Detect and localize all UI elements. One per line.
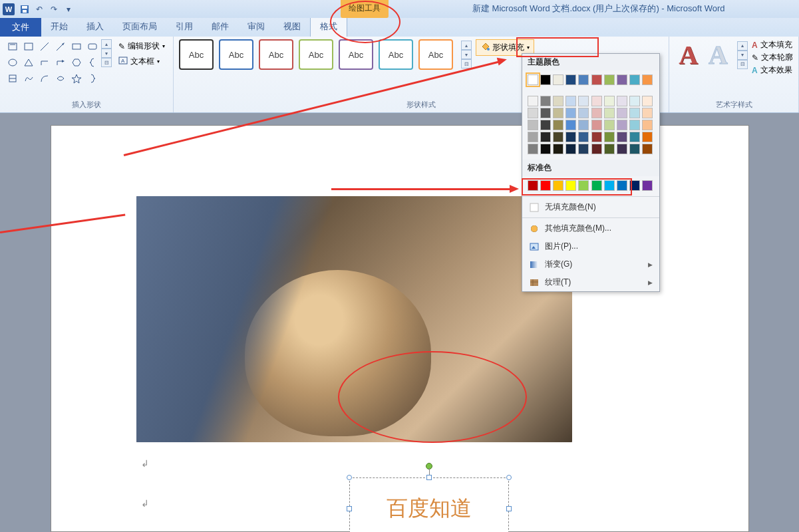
text-outline-button[interactable]: ✎文本轮廓 xyxy=(752,52,793,63)
shape-rbrace-icon[interactable] xyxy=(85,71,100,86)
shape-triangle-icon[interactable] xyxy=(21,55,36,70)
shape-style-4[interactable]: Abc xyxy=(299,39,333,70)
edit-shape-button[interactable]: ✎ 编辑形状 ▾ xyxy=(116,39,168,53)
resize-handle-t[interactable] xyxy=(426,475,432,480)
shape-freeform-icon[interactable] xyxy=(21,71,36,86)
wordart-scroll-up[interactable]: ▴ xyxy=(737,41,748,51)
style-scroll-down[interactable]: ▾ xyxy=(461,50,472,59)
color-swatch[interactable] xyxy=(617,132,627,142)
color-swatch[interactable] xyxy=(642,180,653,191)
color-swatch[interactable] xyxy=(565,108,576,118)
no-fill-item[interactable]: 无填充颜色(N) xyxy=(522,198,659,216)
color-swatch[interactable] xyxy=(578,108,589,118)
shape-star-icon[interactable] xyxy=(69,71,84,86)
color-swatch[interactable] xyxy=(617,120,627,130)
color-swatch[interactable] xyxy=(642,144,653,154)
shape-style-2[interactable]: Abc xyxy=(219,39,253,70)
shapes-gallery[interactable] xyxy=(5,39,100,86)
tab-insert[interactable]: 插入 xyxy=(77,17,113,37)
redo-icon[interactable]: ↷ xyxy=(47,3,61,16)
color-swatch[interactable] xyxy=(591,108,602,118)
shape-elbow-arrow-icon[interactable] xyxy=(53,55,68,70)
color-swatch[interactable] xyxy=(629,180,640,191)
color-swatch[interactable] xyxy=(604,74,615,85)
wordart-style-2[interactable]: A xyxy=(705,39,732,70)
shape-style-3[interactable]: Abc xyxy=(259,39,293,70)
tab-references[interactable]: 引用 xyxy=(166,17,202,37)
shapes-scroll-up[interactable]: ▴ xyxy=(101,39,112,49)
text-box-button[interactable]: A 文本框 ▾ xyxy=(116,55,168,68)
color-swatch[interactable] xyxy=(591,132,602,142)
color-swatch[interactable] xyxy=(578,144,589,154)
color-swatch[interactable] xyxy=(591,74,602,85)
color-swatch[interactable] xyxy=(540,108,551,118)
tab-review[interactable]: 审阅 xyxy=(238,17,274,37)
texture-fill-item[interactable]: 纹理(T) ▶ xyxy=(522,273,659,291)
resize-handle-tr[interactable] xyxy=(506,475,512,480)
color-swatch[interactable] xyxy=(553,108,563,118)
shape-line-icon[interactable] xyxy=(37,39,52,54)
qat-customize-icon[interactable]: ▾ xyxy=(62,3,75,16)
undo-icon[interactable]: ↶ xyxy=(33,3,46,16)
color-swatch[interactable] xyxy=(617,96,627,106)
shape-style-gallery[interactable]: Abc Abc Abc Abc Abc Abc Abc ▴ ▾ ⊟ xyxy=(179,39,472,70)
tab-file[interactable]: 文件 xyxy=(0,18,41,37)
color-swatch[interactable] xyxy=(540,96,551,106)
textbox-content[interactable]: 百度知道 xyxy=(349,477,509,532)
color-swatch[interactable] xyxy=(629,108,640,118)
color-swatch[interactable] xyxy=(617,180,627,191)
color-swatch[interactable] xyxy=(617,74,627,85)
color-swatch[interactable] xyxy=(528,120,538,130)
shapes-more[interactable]: ⊟ xyxy=(101,58,112,67)
color-swatch[interactable] xyxy=(565,144,576,154)
shape-arrow-icon[interactable] xyxy=(53,39,68,54)
color-swatch[interactable] xyxy=(617,108,627,118)
color-swatch[interactable] xyxy=(540,144,551,154)
wordart-style-1[interactable]: A xyxy=(675,39,702,70)
color-swatch[interactable] xyxy=(642,132,653,142)
color-swatch[interactable] xyxy=(565,180,576,191)
shape-oval-icon[interactable] xyxy=(5,55,20,70)
color-swatch[interactable] xyxy=(642,96,653,106)
color-swatch[interactable] xyxy=(604,96,615,106)
wordart-more[interactable]: ⊟ xyxy=(737,60,748,69)
color-swatch[interactable] xyxy=(528,144,538,154)
color-swatch[interactable] xyxy=(578,132,589,142)
color-swatch[interactable] xyxy=(565,120,576,130)
shapes-scroll-down[interactable]: ▾ xyxy=(101,49,112,58)
shape-arc-icon[interactable] xyxy=(37,71,52,86)
shape-elbow-icon[interactable] xyxy=(37,55,52,70)
shape-curve-icon[interactable] xyxy=(53,71,68,86)
color-swatch[interactable] xyxy=(591,96,602,106)
resize-handle-tl[interactable] xyxy=(347,475,352,480)
color-swatch[interactable] xyxy=(629,96,640,106)
color-swatch[interactable] xyxy=(528,180,538,191)
tab-view[interactable]: 视图 xyxy=(274,17,310,37)
color-swatch[interactable] xyxy=(629,144,640,154)
color-swatch[interactable] xyxy=(604,108,615,118)
color-swatch[interactable] xyxy=(591,180,602,191)
shape-flowchart-icon[interactable] xyxy=(5,71,20,86)
color-swatch[interactable] xyxy=(604,180,615,191)
tab-mailings[interactable]: 邮件 xyxy=(202,17,238,37)
color-swatch[interactable] xyxy=(591,144,602,154)
color-swatch[interactable] xyxy=(604,120,615,130)
wordart-scroll-down[interactable]: ▾ xyxy=(737,51,748,60)
color-swatch[interactable] xyxy=(540,120,551,130)
color-swatch[interactable] xyxy=(528,74,538,85)
gradient-fill-item[interactable]: 渐变(G) ▶ xyxy=(522,255,659,273)
resize-handle-r[interactable] xyxy=(506,506,512,511)
color-swatch[interactable] xyxy=(604,144,615,154)
color-swatch[interactable] xyxy=(642,120,653,130)
color-swatch[interactable] xyxy=(553,74,563,85)
shape-style-7[interactable]: Abc xyxy=(418,39,453,70)
text-effects-button[interactable]: A文本效果 xyxy=(752,65,793,76)
color-swatch[interactable] xyxy=(578,120,589,130)
color-swatch[interactable] xyxy=(578,96,589,106)
color-swatch[interactable] xyxy=(629,132,640,142)
text-fill-button[interactable]: A文本填充 xyxy=(752,39,793,51)
color-swatch[interactable] xyxy=(591,120,602,130)
shape-textbox-vert-icon[interactable] xyxy=(21,39,36,54)
shape-style-1[interactable]: Abc xyxy=(179,39,214,70)
shape-textbox-icon[interactable] xyxy=(5,39,20,54)
